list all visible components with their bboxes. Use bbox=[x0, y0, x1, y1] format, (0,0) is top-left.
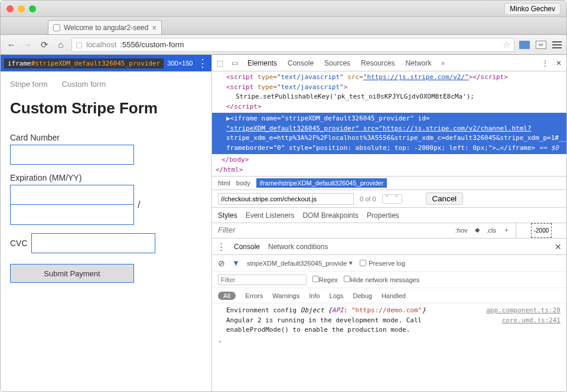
search-next-icon[interactable]: ˇ bbox=[392, 195, 402, 203]
tab-custom-form[interactable]: Custom form bbox=[62, 80, 106, 89]
url-path: :5556/custom-form bbox=[120, 40, 184, 49]
more-tabs-icon[interactable]: » bbox=[441, 59, 445, 67]
maximize-window-icon[interactable] bbox=[29, 5, 36, 12]
back-button[interactable]: ← bbox=[5, 39, 17, 51]
context-dropdown[interactable]: stripeXDM_default326045_provide ▾ bbox=[247, 259, 353, 267]
cvc-input[interactable] bbox=[31, 233, 155, 253]
log-source-link[interactable]: app.component.ts:20 bbox=[486, 306, 561, 316]
breadcrumb-selected[interactable]: iframe#stripeXDM_default326045_provider bbox=[256, 178, 387, 188]
device-toggle-icon[interactable]: ▭ bbox=[232, 59, 238, 67]
devtools-tab-resources[interactable]: Resources bbox=[360, 59, 396, 67]
window-controls bbox=[6, 5, 36, 12]
element-inspector-bar: iframe#stripeXDM_default326045_provider … bbox=[1, 55, 211, 71]
label-cvc: CVC bbox=[10, 239, 28, 248]
console-drawer-header: ⋮ Console Network conditions ✕ bbox=[212, 239, 566, 255]
dom-tree[interactable]: <script type="text/javascript" src="http… bbox=[212, 71, 566, 113]
inspected-element[interactable]: iframe#stripeXDM_default326045_provider bbox=[4, 58, 164, 68]
bookmark-icon[interactable]: ☆ bbox=[503, 40, 510, 50]
tab-close-icon[interactable]: × bbox=[152, 23, 157, 32]
console-filter-row: Regex Hide network messages bbox=[212, 272, 566, 288]
event-listeners-tab[interactable]: Event Listeners bbox=[246, 211, 295, 220]
regex-checkbox[interactable]: Regex bbox=[312, 276, 338, 283]
site-info-icon[interactable]: ▢ bbox=[76, 40, 83, 49]
level-errors[interactable]: Errors bbox=[245, 292, 263, 299]
styles-body: :hov ◆ .cls ＋ -2000 bbox=[212, 223, 566, 239]
cls-toggle[interactable]: .cls bbox=[487, 227, 497, 234]
browser-tab[interactable]: Welcome to angular2-seed × bbox=[48, 20, 162, 34]
pin-icon[interactable]: ◆ bbox=[475, 226, 480, 234]
browser-window: Minko Gechev Welcome to angular2-seed × … bbox=[0, 0, 567, 392]
url-bar[interactable]: ▢ localhost:5556/custom-form ☆ bbox=[71, 38, 514, 52]
level-logs[interactable]: Logs bbox=[330, 292, 344, 299]
level-all[interactable]: All bbox=[218, 292, 236, 300]
level-warnings[interactable]: Warnings bbox=[272, 292, 299, 299]
label-card-number: Card Number bbox=[10, 133, 202, 142]
log-source-link[interactable]: core.umd.js:241 bbox=[502, 316, 561, 335]
level-info[interactable]: Info bbox=[309, 292, 320, 299]
hov-toggle[interactable]: :hov bbox=[455, 227, 468, 234]
url-host: localhost bbox=[86, 40, 116, 49]
devtools-tab-elements[interactable]: Elements bbox=[246, 59, 278, 67]
search-prev-icon[interactable]: ˆ bbox=[383, 195, 392, 203]
inspector-menu-icon[interactable]: ⋮ bbox=[197, 57, 208, 70]
toolbar: ← → ⟳ ⌂ ▢ localhost:5556/custom-form ☆ w… bbox=[1, 35, 566, 55]
devtools-tab-sources[interactable]: Sources bbox=[323, 59, 351, 67]
console-levels: All Errors Warnings Info Logs Debug Hand… bbox=[212, 288, 566, 303]
devtools-tab-network[interactable]: Network bbox=[404, 59, 432, 67]
extension-icon-2[interactable]: wr bbox=[536, 41, 546, 49]
menu-icon[interactable] bbox=[552, 41, 562, 48]
console-output[interactable]: Environment config Object {API: "https:/… bbox=[212, 303, 566, 392]
console-prompt[interactable]: › bbox=[218, 338, 561, 345]
tab-stripe-form[interactable]: Stripe form bbox=[10, 80, 48, 89]
search-cancel-button[interactable]: Cancel bbox=[426, 192, 464, 205]
devtools-header: ⬚ ▭ Elements Console Sources Resources N… bbox=[212, 55, 566, 71]
devtools-tab-console[interactable]: Console bbox=[286, 59, 315, 67]
preserve-log-checkbox[interactable]: Preserve log bbox=[360, 260, 405, 267]
extension-icon[interactable] bbox=[519, 41, 530, 49]
console-drawer-tab-network-conditions[interactable]: Network conditions bbox=[268, 243, 328, 251]
page-viewport: iframe#stripeXDM_default326045_provider … bbox=[1, 55, 212, 392]
exp-year-input[interactable] bbox=[10, 205, 134, 225]
properties-tab[interactable]: Properties bbox=[367, 211, 399, 220]
forward-button: → bbox=[22, 39, 34, 51]
minimize-window-icon[interactable] bbox=[18, 5, 25, 12]
reload-button[interactable]: ⟳ bbox=[38, 39, 50, 51]
level-debug[interactable]: Debug bbox=[353, 292, 372, 299]
clear-console-icon[interactable]: ⊘ bbox=[218, 259, 225, 268]
exp-month-input[interactable] bbox=[10, 185, 134, 205]
level-handled[interactable]: Handled bbox=[382, 292, 406, 299]
search-count: 0 of 0 bbox=[360, 195, 376, 202]
devtools-menu-icon[interactable]: ⋮ bbox=[542, 59, 549, 67]
box-model: -2000 bbox=[516, 223, 566, 238]
console-menu-icon[interactable]: ⋮ bbox=[217, 241, 226, 252]
dom-tree-selected[interactable]: ▶<iframe name="stripeXDM_default326045_p… bbox=[212, 113, 566, 154]
breadcrumb-html[interactable]: html bbox=[218, 179, 230, 187]
styles-tab[interactable]: Styles bbox=[218, 211, 237, 220]
hide-network-checkbox[interactable]: Hide network messages bbox=[344, 276, 419, 283]
dom-search-input[interactable] bbox=[218, 193, 354, 205]
console-drawer-close-icon[interactable]: ✕ bbox=[555, 242, 562, 251]
card-number-input[interactable] bbox=[10, 145, 134, 165]
exp-slash: / bbox=[138, 200, 140, 210]
submit-payment-button[interactable]: Submit Payment bbox=[10, 264, 134, 283]
devtools-close-icon[interactable]: ✕ bbox=[556, 59, 562, 67]
titlebar: Minko Gechev bbox=[1, 1, 566, 17]
inspect-element-icon[interactable]: ⬚ bbox=[217, 59, 223, 67]
styles-filter-input[interactable] bbox=[218, 226, 318, 234]
filter-icon[interactable]: ▼ bbox=[232, 259, 240, 267]
close-window-icon[interactable] bbox=[6, 5, 14, 12]
styles-tab-bar: Styles Event Listeners DOM Breakpoints P… bbox=[212, 208, 566, 223]
element-dimensions: 300×150 bbox=[167, 60, 193, 67]
tab-title: Welcome to angular2-seed bbox=[64, 24, 148, 32]
dom-breadcrumb: html body iframe#stripeXDM_default326045… bbox=[212, 176, 566, 190]
box-model-top: -2000 bbox=[534, 227, 549, 234]
dom-breakpoints-tab[interactable]: DOM Breakpoints bbox=[302, 211, 359, 220]
favicon-icon bbox=[53, 24, 60, 31]
new-rule-icon[interactable]: ＋ bbox=[503, 226, 510, 234]
console-drawer-tab-console[interactable]: Console bbox=[234, 243, 260, 251]
home-button[interactable]: ⌂ bbox=[55, 39, 67, 51]
breadcrumb-body[interactable]: body bbox=[236, 179, 250, 187]
console-filter-input[interactable] bbox=[218, 275, 307, 285]
profile-button[interactable]: Minko Gechev bbox=[504, 3, 561, 15]
page-title: Custom Stripe Form bbox=[10, 99, 202, 117]
